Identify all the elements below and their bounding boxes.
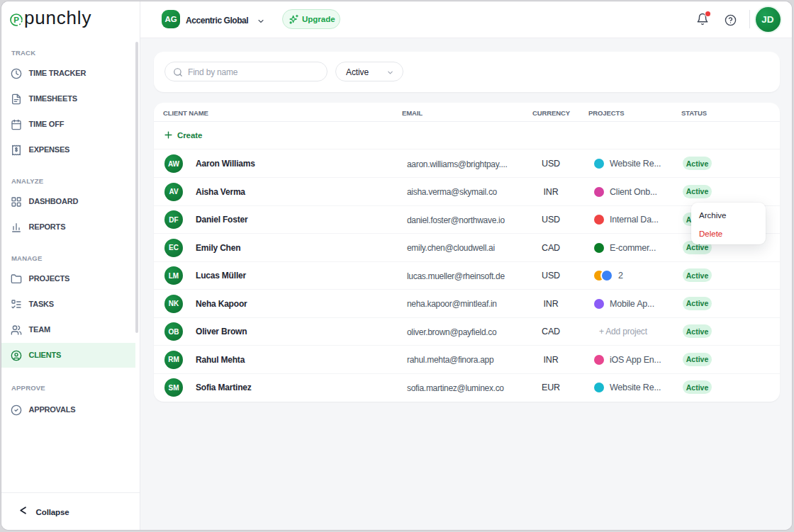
svg-text:P: P	[13, 16, 19, 24]
